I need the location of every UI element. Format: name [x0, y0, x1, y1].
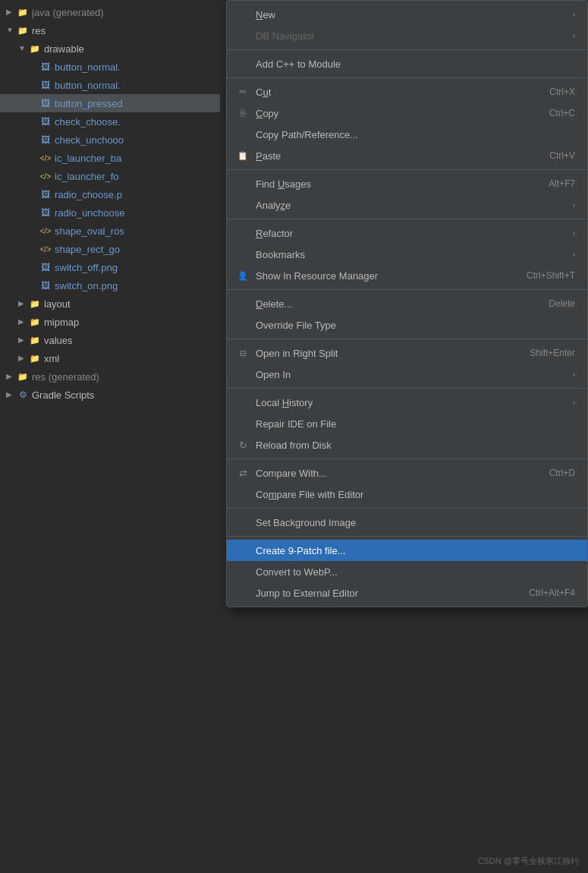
xml-icon: </>	[39, 152, 52, 164]
menu-item-analyze[interactable]: Analyze ›	[227, 194, 587, 216]
menu-item-label: Create 9-Patch file...	[256, 545, 575, 556]
menu-item-set-background[interactable]: Set Background Image	[227, 512, 587, 533]
menu-item-icon	[236, 226, 250, 240]
menu-separator	[227, 169, 587, 170]
menu-item-delete[interactable]: Delete... Delete	[227, 293, 587, 314]
tree-item-button-normal2[interactable]: 🖼 button_normal.	[0, 76, 220, 94]
submenu-arrow: ›	[573, 370, 575, 379]
tree-item-label: xml	[44, 353, 59, 364]
xml-icon: </>	[39, 170, 52, 182]
image-icon: 🖼	[39, 206, 52, 219]
tree-item-switch-off[interactable]: 🖼 switch_off.png	[0, 258, 220, 276]
menu-item-label: Copy	[256, 108, 531, 119]
xml-icon: </>	[39, 243, 52, 255]
menu-item-label: Copy Path/Reference...	[256, 129, 575, 140]
tree-arrow: ▶	[18, 354, 27, 363]
tree-item-ic-launcher-fo[interactable]: </> ic_launcher_fo	[0, 167, 220, 185]
tree-item-shape-rect[interactable]: </> shape_rect_go	[0, 240, 220, 258]
menu-item-jump-external[interactable]: Jump to External Editor Ctrl+Alt+F4	[227, 582, 587, 604]
menu-item-shortcut: Shift+Enter	[530, 348, 575, 358]
menu-item-refactor[interactable]: Refactor ›	[227, 222, 587, 244]
menu-item-create-9patch[interactable]: Create 9-Patch file...	[227, 540, 587, 561]
tree-item-label: check_choose.	[55, 116, 121, 128]
menu-item-local-history[interactable]: Local History ›	[227, 392, 587, 413]
menu-item-override-file-type[interactable]: Override File Type	[227, 314, 587, 336]
menu-separator	[227, 49, 587, 50]
tree-item-check-choose[interactable]: 🖼 check_choose.	[0, 112, 220, 131]
menu-item-label: Override File Type	[256, 320, 575, 331]
menu-separator	[227, 77, 587, 78]
res-folder-icon: 📁	[29, 316, 41, 328]
menu-item-repair-ide[interactable]: Repair IDE on File	[227, 413, 587, 434]
tree-item-drawable[interactable]: ▼ 📁 drawable	[0, 39, 220, 58]
menu-item-compare-editor[interactable]: Compare File with Editor	[227, 484, 587, 505]
menu-separator	[227, 459, 587, 459]
menu-item-add-cpp[interactable]: Add C++ to Module	[227, 53, 587, 74]
paste-icon: 📋	[236, 149, 250, 162]
xml-icon: </>	[39, 225, 52, 237]
menu-item-icon	[236, 367, 250, 381]
menu-item-db-navigator[interactable]: DB Navigator ›	[227, 25, 587, 46]
folder-icon: 📁	[17, 370, 29, 383]
menu-item-find-usages[interactable]: Find Usages Alt+F7	[227, 173, 587, 194]
submenu-arrow: ›	[573, 229, 575, 238]
tree-item-button-pressed[interactable]: 🖼 button_pressed	[0, 94, 220, 112]
menu-item-show-resource[interactable]: 👤 Show In Resource Manager Ctrl+Shift+T	[227, 265, 587, 286]
menu-item-paste[interactable]: 📋 Paste Ctrl+V	[227, 145, 587, 166]
tree-item-label: button_normal.	[55, 80, 121, 91]
tree-item-switch-on[interactable]: 🖼 switch_on.png	[0, 276, 220, 295]
tree-item-layout[interactable]: ▶ 📁 layout	[0, 295, 220, 313]
menu-item-label: Reload from Disk	[256, 440, 575, 451]
menu-item-shortcut: Ctrl+V	[549, 150, 575, 161]
menu-item-reload-disk[interactable]: ↻ Reload from Disk	[227, 434, 587, 455]
menu-item-icon	[236, 29, 250, 43]
tree-item-java-generated[interactable]: ▶ 📁 java (generated)	[0, 3, 220, 21]
tree-item-res-generated[interactable]: ▶ 📁 res (generated)	[0, 367, 220, 386]
res-folder-icon: 📁	[29, 298, 41, 310]
menu-item-label: Delete...	[256, 298, 530, 310]
menu-item-compare-with[interactable]: ⇄ Compare With... Ctrl+D	[227, 462, 587, 484]
tree-item-label: switch_off.png	[55, 262, 118, 273]
tree-arrow: ▶	[18, 299, 27, 308]
menu-separator	[227, 289, 587, 290]
res-folder-icon: 📁	[29, 352, 41, 364]
tree-item-gradle[interactable]: ▶ ⚙ Gradle Scripts	[0, 386, 220, 404]
menu-item-new[interactable]: New ›	[227, 4, 587, 25]
tree-item-values[interactable]: ▶ 📁 values	[0, 331, 220, 349]
menu-item-label: Bookmarks	[256, 249, 567, 260]
menu-item-icon	[236, 417, 250, 430]
tree-item-radio-unchoose[interactable]: 🖼 radio_unchoose	[0, 203, 220, 222]
menu-item-bookmarks[interactable]: Bookmarks ›	[227, 244, 587, 265]
menu-item-open-right-split[interactable]: ⊟ Open in Right Split Shift+Enter	[227, 342, 587, 364]
reload-icon: ↻	[236, 438, 250, 452]
menu-item-icon	[236, 565, 250, 578]
menu-item-convert-webp[interactable]: Convert to WebP...	[227, 561, 587, 582]
menu-item-label: Convert to WebP...	[256, 566, 575, 578]
menu-item-copy[interactable]: ⎘ Copy Ctrl+C	[227, 102, 587, 124]
tree-item-label: drawable	[44, 43, 84, 55]
menu-item-label: Find Usages	[256, 178, 530, 190]
tree-item-res[interactable]: ▼ 📁 res	[0, 21, 220, 39]
menu-item-label: Compare With...	[256, 468, 531, 479]
tree-arrow: ▶	[6, 372, 15, 381]
menu-item-shortcut: Ctrl+D	[549, 468, 575, 478]
tree-item-label: radio_unchoose	[55, 207, 125, 219]
tree-item-check-unchoose[interactable]: 🖼 check_unchooo	[0, 131, 220, 149]
tree-item-label: Gradle Scripts	[32, 389, 94, 401]
menu-item-copy-path[interactable]: Copy Path/Reference...	[227, 124, 587, 145]
tree-item-mipmap[interactable]: ▶ 📁 mipmap	[0, 313, 220, 331]
tree-item-shape-oval[interactable]: </> shape_oval_ros	[0, 222, 220, 240]
tree-item-xml[interactable]: ▶ 📁 xml	[0, 349, 220, 367]
submenu-arrow: ›	[573, 251, 575, 259]
menu-item-icon	[236, 8, 250, 21]
menu-item-cut[interactable]: ✂ Cut Ctrl+X	[227, 81, 587, 102]
menu-item-open-in[interactable]: Open In ›	[227, 364, 587, 385]
image-icon: 🖼	[39, 188, 52, 200]
submenu-arrow: ›	[573, 32, 575, 40]
tree-item-button-normal1[interactable]: 🖼 button_normal.	[0, 58, 220, 76]
submenu-arrow: ›	[573, 399, 575, 407]
tree-item-ic-launcher-ba[interactable]: </> ic_launcher_ba	[0, 149, 220, 167]
tree-item-radio-choose[interactable]: 🖼 radio_choose.p	[0, 185, 220, 203]
tree-item-label: java (generated)	[32, 7, 104, 18]
image-icon: 🖼	[39, 97, 52, 109]
